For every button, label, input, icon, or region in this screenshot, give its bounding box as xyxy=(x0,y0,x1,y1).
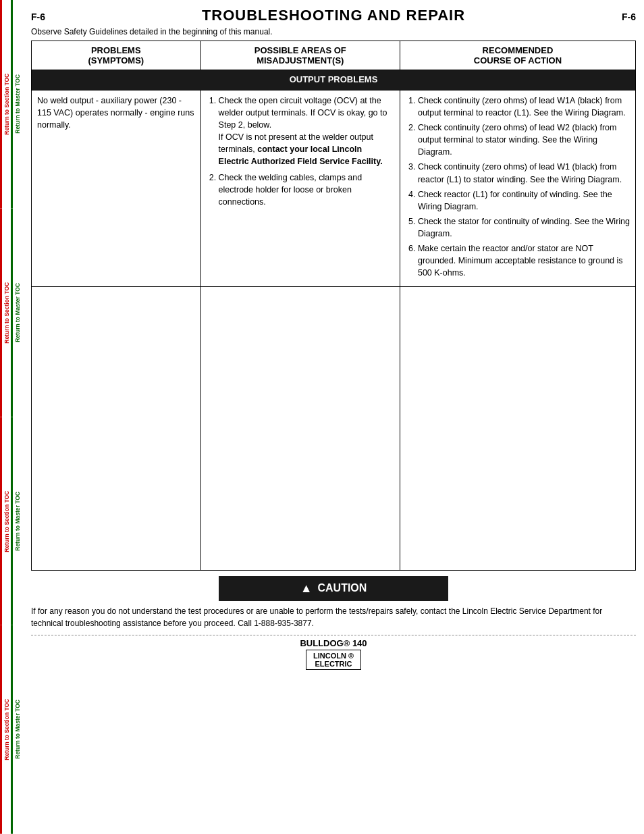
footer-logo-line2: ELECTRIC xyxy=(313,660,354,668)
col-header-recommended: RECOMMENDEDCOURSE OF ACTION xyxy=(400,41,635,70)
caution-section: ▲ CAUTION xyxy=(31,576,636,601)
page-header: F-6 TROUBLESHOOTING AND REPAIR F-6 xyxy=(31,7,636,24)
sidebar-return-section-2[interactable]: Return to Section TOC xyxy=(0,209,11,417)
footer-divider xyxy=(31,635,636,635)
footer-brand: BULLDOG® 140 xyxy=(31,638,636,648)
possible-item-1b: If OCV is not present at the welder outp… xyxy=(219,131,394,167)
main-content: F-6 TROUBLESHOOTING AND REPAIR F-6 Obser… xyxy=(23,0,644,677)
sidebar-return-section-1[interactable]: Return to Section TOC xyxy=(0,0,11,209)
caution-text: If for any reason you do not understand … xyxy=(31,605,636,629)
col-header-possible: POSSIBLE AREAS OFMISADJUSTMENT(S) xyxy=(200,41,400,70)
recommended-cell: Check continuity (zero ohms) of lead W1A… xyxy=(400,90,635,286)
footer-logo: LINCOLN ® ELECTRIC xyxy=(306,650,361,670)
problem-cell: No weld output - auxiliary power (230 - … xyxy=(32,90,201,286)
sidebar-return-master-4[interactable]: Return to Master TOC xyxy=(11,625,22,834)
recommended-item-4: Check reactor (L1) for continuity of win… xyxy=(418,188,630,213)
sidebar-return-master-3[interactable]: Return to Master TOC xyxy=(11,417,22,626)
possible-item-2: Check the welding cables, clamps and ele… xyxy=(219,172,394,208)
safety-note: Observe Safety Guidelines detailed in th… xyxy=(31,27,636,36)
recommended-item-6: Make certain the reactor and/or stator a… xyxy=(418,242,630,279)
section-header-label: OUTPUT PROBLEMS xyxy=(32,70,636,90)
caution-triangle-icon: ▲ xyxy=(300,581,313,596)
side-tabs: Return to Section TOC Return to Master T… xyxy=(0,0,23,834)
page-num-left: F-6 xyxy=(31,11,45,22)
side-pair-1: Return to Section TOC Return to Master T… xyxy=(0,0,23,209)
recommended-item-1: Check continuity (zero ohms) of lead W1A… xyxy=(418,95,630,119)
sidebar-return-section-3[interactable]: Return to Section TOC xyxy=(0,417,11,626)
side-pair-2: Return to Section TOC Return to Master T… xyxy=(0,209,23,417)
side-pair-4: Return to Section TOC Return to Master T… xyxy=(0,625,23,834)
recommended-list: Check continuity (zero ohms) of lead W1A… xyxy=(406,95,630,280)
possible-item-1: Check the open circuit voltage (OCV) at … xyxy=(219,95,394,168)
section-header-row: OUTPUT PROBLEMS xyxy=(32,70,636,90)
table-row: No weld output - auxiliary power (230 - … xyxy=(32,90,636,286)
caution-box: ▲ CAUTION xyxy=(219,576,448,601)
side-pair-3: Return to Section TOC Return to Master T… xyxy=(0,417,23,626)
troubleshooting-table: PROBLEMS(SYMPTOMS) POSSIBLE AREAS OFMISA… xyxy=(31,41,636,571)
empty-row xyxy=(32,286,636,570)
sidebar-return-master-2[interactable]: Return to Master TOC xyxy=(11,209,22,417)
sidebar-return-master-1[interactable]: Return to Master TOC xyxy=(11,0,22,209)
possible-list: Check the open circuit voltage (OCV) at … xyxy=(207,95,394,208)
footer: BULLDOG® 140 LINCOLN ® ELECTRIC xyxy=(31,638,636,670)
sidebar-return-section-4[interactable]: Return to Section TOC xyxy=(0,625,11,834)
footer-logo-line1: LINCOLN ® xyxy=(313,652,354,660)
recommended-item-2: Check continuity (zero ohms) of lead W2 … xyxy=(418,122,630,158)
recommended-item-3: Check continuity (zero ohms) of lead W1 … xyxy=(418,161,630,185)
recommended-item-5: Check the stator for continuity of windi… xyxy=(418,215,630,240)
page-title: TROUBLESHOOTING AND REPAIR xyxy=(45,7,622,24)
possible-cell: Check the open circuit voltage (OCV) at … xyxy=(200,90,400,286)
caution-label: CAUTION xyxy=(317,582,367,594)
page-num-right: F-6 xyxy=(622,11,636,22)
col-header-problems: PROBLEMS(SYMPTOMS) xyxy=(32,41,201,70)
